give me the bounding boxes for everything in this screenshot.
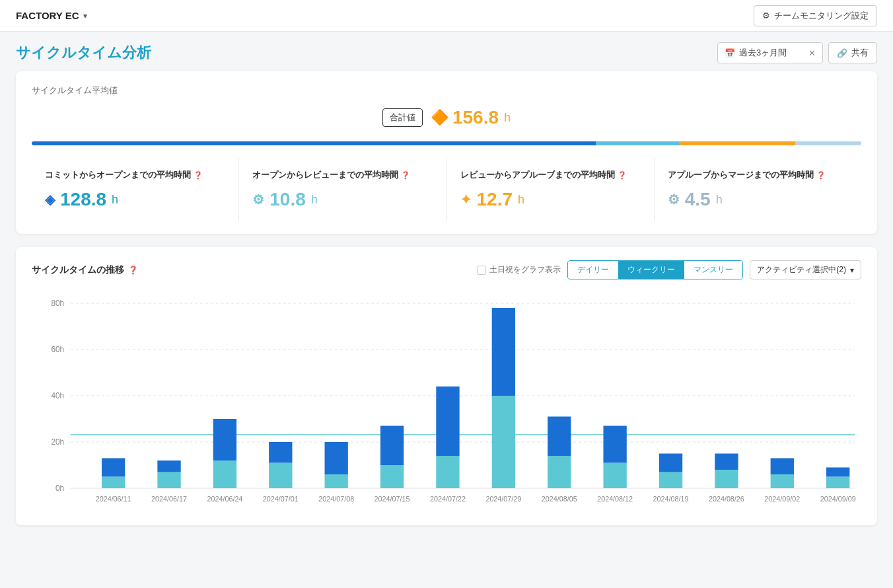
metric-value-1: ◈ 128.8h: [45, 189, 225, 210]
help-icon-1[interactable]: ❓: [194, 171, 203, 180]
svg-text:2024/08/12: 2024/08/12: [597, 495, 633, 503]
svg-rect-37: [826, 477, 849, 489]
svg-rect-12: [102, 459, 125, 477]
svg-rect-21: [380, 465, 404, 488]
gear-icon: ⚙: [762, 11, 770, 20]
svg-rect-28: [548, 417, 571, 457]
svg-rect-29: [603, 463, 626, 489]
progress-segment-2: [596, 141, 679, 145]
svg-text:2024/07/29: 2024/07/29: [485, 495, 521, 503]
monitoring-settings-button[interactable]: ⚙ チームモニタリング設定: [754, 5, 877, 26]
chart-controls: 土日祝をグラフ表示 デイリー ウィークリー マンスリー アクティビティ選択中(2…: [477, 260, 861, 279]
svg-text:2024/08/19: 2024/08/19: [653, 495, 689, 503]
svg-rect-34: [715, 454, 738, 470]
help-icon-3[interactable]: ❓: [618, 171, 627, 180]
header: FACTORY EC ▾ ⚙ チームモニタリング設定: [0, 0, 893, 32]
svg-text:2024/07/01: 2024/07/01: [263, 495, 299, 503]
page-title: サイクルタイム分析: [16, 43, 151, 63]
svg-text:2024/06/11: 2024/06/11: [96, 495, 131, 503]
activity-select[interactable]: アクティビティ選択中(2) ▾: [750, 260, 861, 279]
metric-label-2: オープンからレビューまでの平均時間 ❓: [252, 169, 433, 181]
svg-rect-15: [213, 460, 236, 488]
svg-text:2024/08/26: 2024/08/26: [709, 495, 744, 503]
weekend-checkbox-label[interactable]: 土日祝をグラフ表示: [477, 264, 561, 276]
svg-rect-30: [603, 426, 626, 463]
metric-value-3: ✦ 12.7h: [460, 189, 641, 210]
diamond-icon: ◈: [45, 192, 55, 207]
tab-weekly[interactable]: ウィークリー: [618, 261, 684, 279]
svg-rect-24: [436, 386, 459, 456]
svg-text:2024/09/09: 2024/09/09: [820, 495, 856, 503]
progress-segment-4: [795, 141, 861, 145]
chevron-down-icon: ▾: [850, 266, 854, 275]
chart-help-icon[interactable]: ❓: [128, 266, 138, 275]
share-button[interactable]: 🔗 共有: [828, 42, 877, 63]
svg-rect-17: [269, 463, 292, 489]
help-icon-4[interactable]: ❓: [816, 171, 826, 180]
metric-open-to-review: オープンからレビューまでの平均時間 ❓ ⚙ 10.8h: [239, 159, 446, 221]
date-filter[interactable]: 📅 過去3ヶ月間 ✕: [717, 42, 823, 63]
svg-rect-35: [771, 474, 794, 488]
app-title: FACTORY EC: [16, 10, 79, 21]
metric-label-4: アプルーブからマージまでの平均時間 ❓: [668, 169, 848, 181]
tab-daily[interactable]: デイリー: [568, 261, 618, 279]
total-value: 🔶 156.8h: [431, 107, 511, 128]
svg-rect-31: [659, 472, 682, 489]
header-left: FACTORY EC ▾: [16, 10, 87, 21]
svg-text:20h: 20h: [51, 437, 64, 447]
svg-rect-19: [325, 474, 348, 488]
svg-text:2024/06/17: 2024/06/17: [151, 495, 187, 503]
chart-title: サイクルタイムの推移 ❓: [32, 264, 138, 276]
svg-rect-33: [715, 470, 738, 488]
svg-rect-36: [771, 459, 794, 475]
total-icon: 🔶: [431, 109, 448, 126]
total-row: 合計値 🔶 156.8h: [32, 107, 861, 128]
circle-icon-4: ⚙: [668, 192, 680, 207]
svg-text:2024/08/05: 2024/08/05: [542, 495, 577, 503]
svg-text:80h: 80h: [51, 299, 64, 308]
chart-header: サイクルタイムの推移 ❓ 土日祝をグラフ表示 デイリー ウィークリー マンスリー…: [32, 260, 861, 279]
avg-card-label: サイクルタイム平均値: [32, 85, 861, 96]
chart-card: サイクルタイムの推移 ❓ 土日祝をグラフ表示 デイリー ウィークリー マンスリー…: [16, 247, 877, 525]
svg-rect-11: [102, 477, 125, 489]
svg-rect-32: [659, 454, 682, 472]
progress-bar: [32, 141, 861, 145]
metric-label-3: レビューからアプルーブまでの平均時間 ❓: [460, 169, 641, 181]
svg-rect-22: [380, 426, 404, 466]
svg-rect-23: [436, 456, 459, 488]
svg-text:60h: 60h: [51, 345, 64, 354]
calendar-icon: 📅: [725, 48, 735, 58]
progress-segment-1: [32, 141, 596, 145]
tab-monthly[interactable]: マンスリー: [684, 261, 742, 279]
star-icon: ✦: [460, 192, 472, 207]
metrics-row: コミットからオープンまでの平均時間 ❓ ◈ 128.8h オープンからレビューま…: [32, 159, 861, 221]
metric-approve-to-merge: アプルーブからマージまでの平均時間 ❓ ⚙ 4.5h: [655, 159, 861, 221]
svg-rect-38: [826, 468, 849, 477]
svg-text:40h: 40h: [51, 391, 64, 400]
chevron-down-icon[interactable]: ▾: [83, 11, 87, 20]
svg-rect-13: [157, 472, 180, 489]
weekend-checkbox[interactable]: [477, 266, 486, 275]
svg-rect-25: [492, 396, 515, 488]
metric-commit-to-open: コミットからオープンまでの平均時間 ❓ ◈ 128.8h: [32, 159, 239, 221]
chart-area: 80h 60h 40h 20h 0h: [32, 290, 861, 515]
progress-segment-3: [679, 141, 795, 145]
svg-rect-14: [157, 460, 180, 472]
svg-text:2024/06/24: 2024/06/24: [207, 495, 242, 503]
tab-group: デイリー ウィークリー マンスリー: [567, 260, 743, 279]
chart-svg: 80h 60h 40h 20h 0h: [32, 290, 861, 515]
metric-value-4: ⚙ 4.5h: [668, 189, 848, 210]
svg-rect-20: [325, 442, 348, 474]
avg-card: サイクルタイム平均値 合計値 🔶 156.8h コミットからオープンまでの平均時…: [16, 71, 877, 234]
date-filter-clear-button[interactable]: ✕: [808, 48, 816, 58]
svg-text:2024/07/08: 2024/07/08: [318, 495, 354, 503]
svg-text:0h: 0h: [55, 484, 64, 493]
svg-rect-18: [269, 442, 292, 463]
metric-review-to-approve: レビューからアプルーブまでの平均時間 ❓ ✦ 12.7h: [447, 159, 655, 221]
total-badge: 合計値: [382, 108, 423, 127]
header-right: ⚙ チームモニタリング設定: [754, 5, 877, 26]
page-title-controls: 📅 過去3ヶ月間 ✕ 🔗 共有: [717, 42, 877, 63]
page-title-area: サイクルタイム分析 📅 過去3ヶ月間 ✕ 🔗 共有: [0, 32, 893, 71]
help-icon-2[interactable]: ❓: [401, 171, 410, 180]
link-icon: 🔗: [837, 48, 847, 58]
